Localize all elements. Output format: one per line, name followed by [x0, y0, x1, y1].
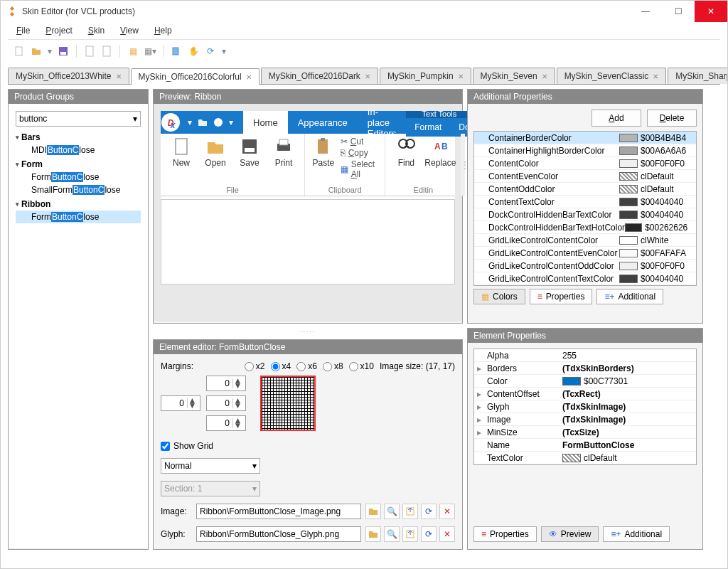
additional-props-grid[interactable]: ContainerBorderColor$00B4B4B4ContainerHi… [473, 131, 697, 286]
ribbon-tab-appearance[interactable]: Appearance [288, 111, 358, 134]
rib-save[interactable]: Save [235, 137, 264, 168]
scale-x10[interactable]: x10 [349, 361, 374, 371]
export-icon[interactable] [402, 526, 418, 542]
ep-tab-properties[interactable]: ≡Properties [473, 526, 537, 542]
svg-rect-2 [60, 52, 66, 55]
rib-copy[interactable]: ⎘Copy [341, 148, 380, 158]
ap-tab-properties[interactable]: ≡Properties [530, 289, 593, 304]
doc2-icon[interactable] [100, 44, 114, 58]
show-grid-check[interactable]: Show Grid [161, 441, 455, 451]
close-icon[interactable]: ✕ [653, 73, 658, 80]
filter-combo[interactable]: buttonc▾ [16, 111, 141, 127]
ep-tab-preview[interactable]: 👁Preview [541, 526, 599, 542]
tab-6[interactable]: MySkin_Sharp✕ [668, 68, 728, 84]
reload-icon[interactable]: ⟳ [421, 526, 437, 542]
state-combo[interactable]: Normal▾ [161, 458, 260, 474]
menu-project[interactable]: Project [40, 24, 77, 37]
rib-new[interactable]: New [166, 137, 196, 168]
rib-selectall[interactable]: ▦Select All [341, 159, 380, 179]
section-combo[interactable]: Section: 1▾ [161, 481, 260, 496]
margin-left[interactable]: ▲▼ [161, 395, 200, 411]
tree-item-selected[interactable]: FormButtonClose [16, 211, 141, 223]
browse-icon[interactable] [365, 526, 381, 542]
tab-5[interactable]: MySkin_SevenClassic✕ [557, 68, 667, 84]
find-icon[interactable]: 🔍 [384, 526, 400, 542]
open-icon[interactable] [29, 44, 43, 58]
ap-tab-colors[interactable]: ▦Colors [473, 289, 525, 304]
refresh-icon[interactable]: ⟳ [203, 44, 218, 58]
new-icon[interactable] [12, 44, 26, 58]
scale-x8[interactable]: x8 [323, 361, 343, 371]
menu-skin[interactable]: Skin [82, 24, 110, 37]
dropdown2-icon[interactable]: ▾ [220, 44, 228, 58]
menu-view[interactable]: View [114, 24, 144, 37]
rib-print[interactable]: Print [269, 137, 299, 168]
qat-dd-icon[interactable]: ▾ [229, 117, 233, 127]
export-icon[interactable] [402, 504, 418, 519]
hand-icon[interactable]: ✋ [186, 44, 200, 58]
tab-0[interactable]: MySkin_Office2013White✕ [8, 68, 129, 84]
delete-icon[interactable]: ✕ [439, 504, 455, 519]
grid2-icon[interactable]: ▦▾ [143, 44, 157, 58]
close-icon[interactable]: ✕ [458, 73, 464, 80]
ribbon-qat: ▾ ▾ [181, 111, 240, 134]
tree-item[interactable]: FormButtonClose [16, 171, 141, 184]
rib-replace[interactable]: ABReplace [425, 137, 455, 168]
tab-3[interactable]: MySkin_Pumpkin✕ [380, 68, 471, 84]
tab-2[interactable]: MySkin_Office2016Dark✕ [261, 68, 378, 84]
delete-button[interactable]: Delete [647, 110, 697, 127]
copy-icon[interactable] [169, 44, 183, 58]
close-icon[interactable]: ✕ [116, 73, 122, 80]
reload-icon[interactable]: ⟳ [421, 504, 437, 519]
tree-group-form[interactable]: Form [16, 159, 141, 169]
element-props-grid[interactable]: Alpha255▸Borders(TdxSkinBorders)Color$00… [473, 349, 697, 465]
margin-top[interactable]: ▲▼ [206, 376, 246, 391]
dropdown-icon[interactable]: ▾ [46, 44, 53, 58]
minimize-button[interactable]: — [629, 1, 662, 22]
browse-icon[interactable] [365, 504, 381, 519]
doc1-icon[interactable] [82, 44, 97, 58]
tree-group-ribbon[interactable]: Ribbon [16, 199, 141, 209]
qat-save-icon[interactable]: ▾ [188, 117, 192, 127]
ribbon-tab-home[interactable]: Home [243, 111, 288, 134]
add-button[interactable]: Add [592, 110, 641, 127]
delete-icon[interactable]: ✕ [439, 526, 455, 542]
close-icon[interactable]: ✕ [365, 73, 370, 80]
tree-item[interactable]: MDIButtonClose [16, 144, 141, 156]
tab-1[interactable]: MySkin_Office2016Colorful✕ [131, 68, 259, 85]
ribbon-grip[interactable]: ⋮ [461, 134, 465, 196]
qat-open-icon[interactable] [198, 117, 208, 127]
grid1-icon[interactable]: ▦ [126, 44, 140, 58]
svg-text:A: A [434, 142, 441, 151]
splitter-h[interactable]: ····· [153, 328, 463, 335]
glyph-label: Glyph: [161, 529, 192, 539]
close-icon[interactable]: ✕ [246, 73, 252, 81]
save-icon[interactable] [56, 44, 70, 58]
tree-item[interactable]: SmallFormButtonClose [16, 184, 141, 196]
menu-help[interactable]: Help [149, 24, 178, 37]
ap-tab-additional[interactable]: ≡+Additional [596, 289, 663, 304]
image-path[interactable] [196, 504, 361, 519]
find-icon[interactable]: 🔍 [384, 504, 400, 519]
rib-paste[interactable]: Paste [311, 137, 336, 168]
rib-open[interactable]: Open [200, 137, 230, 168]
margin-right[interactable]: ▲▼ [206, 395, 246, 411]
product-groups-panel: Product Groups buttonc▾ Bars MDIButtonCl… [8, 89, 149, 550]
scale-x2[interactable]: x2 [245, 361, 265, 371]
maximize-button[interactable]: ☐ [662, 1, 695, 22]
rib-cut[interactable]: ✂Cut [341, 137, 380, 147]
margin-bottom[interactable]: ▲▼ [206, 415, 246, 431]
close-button[interactable]: ✕ [695, 1, 727, 22]
rib-find[interactable]: Find [391, 137, 421, 168]
glyph-path[interactable] [196, 526, 361, 542]
scale-x4[interactable]: x4 [271, 361, 291, 371]
tab-4[interactable]: MySkin_Seven✕ [473, 68, 555, 84]
ep-tab-additional[interactable]: ≡+Additional [603, 526, 670, 542]
product-tree: Bars MDIButtonClose Form FormButtonClose… [16, 132, 141, 223]
qat-circle-icon[interactable] [213, 117, 223, 127]
tree-group-bars[interactable]: Bars [16, 132, 141, 142]
menu-file[interactable]: File [11, 24, 36, 37]
ribbon-tab-editors[interactable]: In-place Editors [358, 111, 406, 134]
scale-x6[interactable]: x6 [296, 361, 317, 371]
close-icon[interactable]: ✕ [542, 73, 547, 80]
